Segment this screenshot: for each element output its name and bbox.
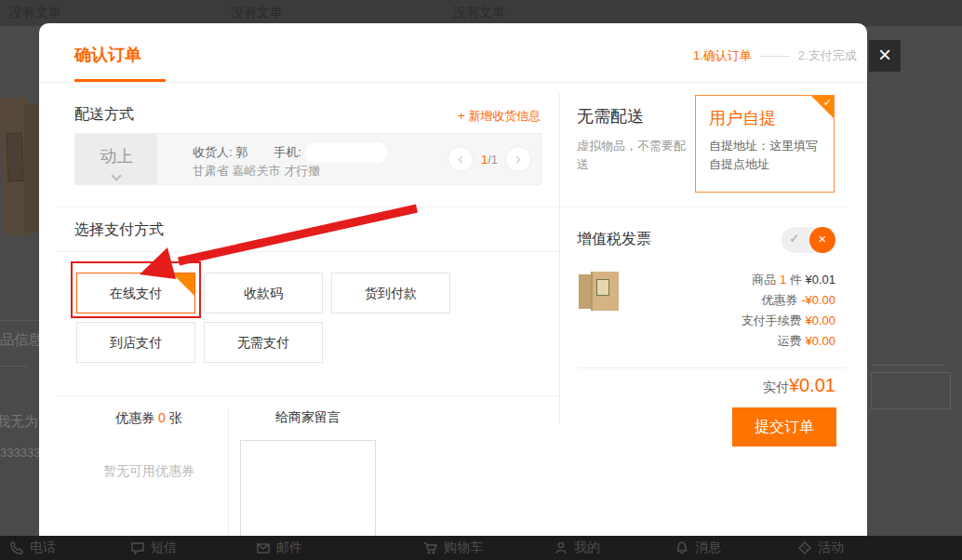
bell-icon (675, 540, 689, 555)
summary-row-shipping: 运费 ¥0.00 (635, 331, 835, 352)
pickup-option[interactable]: 用户自提 自提地址：这里填写自提点地址 ✓ (695, 95, 835, 193)
background-divider (871, 365, 945, 366)
payment-method-heading: 选择支付方式 (74, 220, 164, 240)
nav-item-phone[interactable]: 电话 (9, 540, 56, 556)
confirm-order-modal: 确认订单 1.确认订单 2.支付完成 配送方式 + 新增收货信息 动上 收货人:… (39, 23, 867, 544)
background-input-box (871, 372, 951, 409)
coupon-unit: 张 (166, 410, 182, 425)
background-tab: 没有文单 (231, 5, 283, 21)
column-divider (559, 93, 560, 423)
invoice-yes-check-icon[interactable]: ✓ (789, 231, 800, 246)
background-divider (0, 320, 39, 321)
pager-total: /1 (488, 153, 498, 167)
pickup-option-title: 用户自提 (709, 107, 776, 129)
cart-icon (423, 540, 438, 555)
summary-row-fee: 支付手续费 ¥0.00 (635, 311, 835, 331)
step-separator (760, 56, 790, 57)
coupon-message-divider (228, 407, 229, 544)
address-region: 甘肃省 嘉峪关市 才行撤 (193, 163, 320, 180)
diamond-icon (797, 540, 812, 555)
total-line: 实付¥0.01 (577, 375, 835, 396)
pickup-option-desc: 自提地址：这里填写自提点地址 (709, 137, 822, 174)
pager-prev-button[interactable]: ‹ (448, 146, 474, 172)
summary-row-goods: 商品 1 件 ¥0.01 (635, 270, 835, 290)
nav-item-activity[interactable]: 活动 (797, 540, 844, 556)
header-divider (39, 82, 867, 83)
section-divider (56, 207, 848, 207)
coupon-label: 优惠券 (115, 410, 158, 425)
address-tag-dropdown[interactable]: 动上 (75, 134, 157, 184)
invoice-no-close-icon[interactable]: × (809, 227, 835, 253)
pager-next-button[interactable]: › (505, 146, 531, 172)
vat-invoice-heading: 增值税发票 (577, 230, 651, 249)
background-bottom-nav: 电话 短信 邮件 购物车 我的 消息 活动 (0, 536, 962, 560)
background-tab: 没有文单 (9, 5, 61, 21)
selected-check-icon: ✓ (172, 273, 194, 296)
checkout-steps: 1.确认订单 2.支付完成 (693, 47, 857, 64)
no-delivery-option-title[interactable]: 无需配送 (577, 105, 644, 127)
coupon-section: 优惠券 0 张 (74, 409, 223, 427)
person-icon (554, 540, 568, 555)
product-thumbnail (579, 272, 621, 311)
step-confirm-order: 1.确认订单 (693, 47, 752, 64)
background-text: 我无为 (0, 413, 38, 431)
chat-bubble-icon (130, 540, 145, 555)
address-pager: ‹ 1/1 › (448, 146, 531, 172)
nav-item-message[interactable]: 短信 (130, 540, 177, 556)
nav-item-profile[interactable]: 我的 (554, 540, 600, 556)
total-value: ¥0.01 (789, 375, 835, 395)
step-payment-complete: 2.支付完成 (798, 47, 857, 64)
background-product-image (24, 104, 39, 233)
receiver-label: 收货人: 郭 (193, 144, 247, 161)
summary-row-coupon: 优惠券 -¥0.00 (635, 290, 835, 311)
merchant-message-heading: 给商家留言 (240, 409, 376, 426)
nav-item-notifications[interactable]: 消息 (675, 540, 721, 556)
payment-option-cod[interactable]: 货到付款 (331, 273, 450, 313)
summary-divider (577, 367, 847, 368)
background-divider (0, 366, 28, 367)
section-divider (56, 395, 559, 396)
payment-heading-divider (56, 251, 559, 252)
coupon-empty-text: 暂无可用优惠券 (74, 463, 223, 480)
payment-option-instore[interactable]: 到店支付 (76, 322, 195, 363)
payment-option-nopay[interactable]: 无需支付 (204, 322, 323, 363)
page-title: 确认订单 (74, 44, 141, 66)
background-text: 品信息 (0, 331, 42, 349)
payment-option-qrcode[interactable]: 收款码 (204, 273, 323, 313)
order-summary: 商品 1 件 ¥0.01 优惠券 -¥0.00 支付手续费 ¥0.00 运费 ¥… (635, 270, 835, 352)
nav-item-mail[interactable]: 邮件 (256, 540, 302, 556)
background-top-bar: 没有文单 没有文单 没有文单 (0, 0, 962, 26)
no-delivery-option-desc: 虚拟物品，不需要配送 (577, 137, 688, 174)
address-card[interactable]: 动上 收货人: 郭 手机: 甘肃省 嘉峪关市 才行撤 ‹ 1/1 › (74, 133, 541, 185)
selected-check-icon: ✓ (811, 96, 834, 118)
merchant-message-textarea[interactable] (240, 440, 376, 544)
nav-item-cart[interactable]: 购物车 (423, 540, 483, 556)
envelope-icon (256, 540, 271, 555)
phone-icon (9, 540, 24, 555)
invoice-toggle: ✓ × (782, 227, 835, 253)
coupon-count: 0 (158, 410, 166, 425)
payment-option-online[interactable]: 在线支付 ✓ (76, 273, 195, 313)
close-icon[interactable]: × (869, 40, 901, 72)
total-label: 实付 (763, 380, 789, 394)
phone-label: 手机: (274, 144, 301, 161)
delivery-method-heading: 配送方式 (74, 105, 134, 125)
phone-redaction (305, 142, 387, 163)
submit-order-button[interactable]: 提交订单 (732, 407, 836, 447)
background-tab: 没有文单 (453, 5, 505, 21)
add-address-link[interactable]: + 新增收货信息 (458, 108, 541, 125)
